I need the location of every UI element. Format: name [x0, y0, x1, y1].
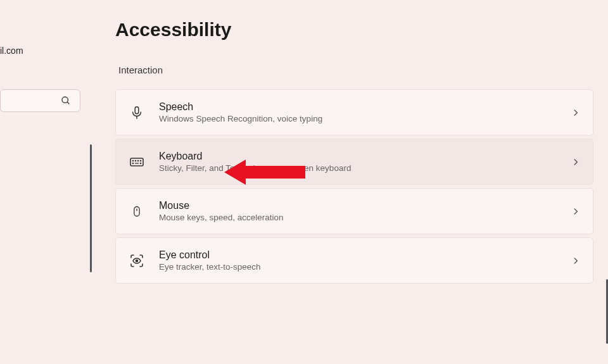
account-email: il.com: [0, 46, 23, 56]
svg-line-1: [67, 102, 69, 104]
svg-point-5: [133, 160, 134, 161]
setting-title: Eye control: [159, 249, 571, 261]
setting-title: Mouse: [159, 200, 571, 211]
sidebar-fragment: il.com: [0, 0, 92, 364]
svg-rect-4: [130, 158, 143, 166]
chevron-right-icon: [571, 256, 580, 265]
setting-text: Eye control Eye tracker, text-to-speech: [159, 249, 571, 272]
setting-description: Windows Speech Recognition, voice typing: [159, 114, 571, 123]
search-icon: [61, 96, 71, 106]
eye-control-icon: [129, 253, 145, 269]
setting-text: Keyboard Sticky, Filter, and Toggle keys…: [159, 151, 571, 173]
svg-point-8: [141, 160, 141, 161]
setting-description: Mouse keys, speed, acceleration: [159, 213, 571, 222]
section-header: Interaction: [118, 65, 593, 75]
svg-point-11: [141, 163, 141, 163]
setting-item-eye-control[interactable]: Eye control Eye tracker, text-to-speech: [115, 237, 593, 284]
setting-item-keyboard[interactable]: Keyboard Sticky, Filter, and Toggle keys…: [115, 139, 593, 185]
setting-text: Speech Windows Speech Recognition, voice…: [159, 101, 571, 123]
mouse-icon: [129, 203, 145, 220]
setting-text: Mouse Mouse keys, speed, acceleration: [159, 200, 571, 222]
setting-description: Eye tracker, text-to-speech: [159, 262, 571, 272]
keyboard-icon: [129, 154, 145, 170]
setting-item-speech[interactable]: Speech Windows Speech Recognition, voice…: [115, 89, 593, 135]
main-content: Accessibility Interaction Speech Windows…: [115, 19, 593, 284]
setting-title: Speech: [159, 101, 571, 113]
chevron-right-icon: [571, 108, 580, 117]
svg-point-0: [62, 97, 68, 103]
setting-description: Sticky, Filter, and Toggle keys, on-scre…: [159, 163, 571, 173]
search-input[interactable]: [0, 89, 80, 112]
svg-point-7: [138, 160, 139, 161]
svg-rect-12: [134, 206, 139, 216]
chevron-right-icon: [571, 158, 580, 166]
page-title: Accessibility: [115, 19, 593, 41]
settings-list: Speech Windows Speech Recognition, voice…: [115, 89, 593, 284]
sidebar-selection-indicator: [90, 144, 92, 272]
chevron-right-icon: [571, 207, 580, 216]
svg-rect-2: [135, 106, 139, 113]
speech-icon: [129, 104, 145, 121]
setting-item-mouse[interactable]: Mouse Mouse keys, speed, acceleration: [115, 188, 593, 234]
svg-point-6: [136, 160, 136, 161]
svg-point-14: [136, 260, 138, 261]
svg-point-9: [133, 163, 134, 163]
setting-title: Keyboard: [159, 151, 571, 162]
